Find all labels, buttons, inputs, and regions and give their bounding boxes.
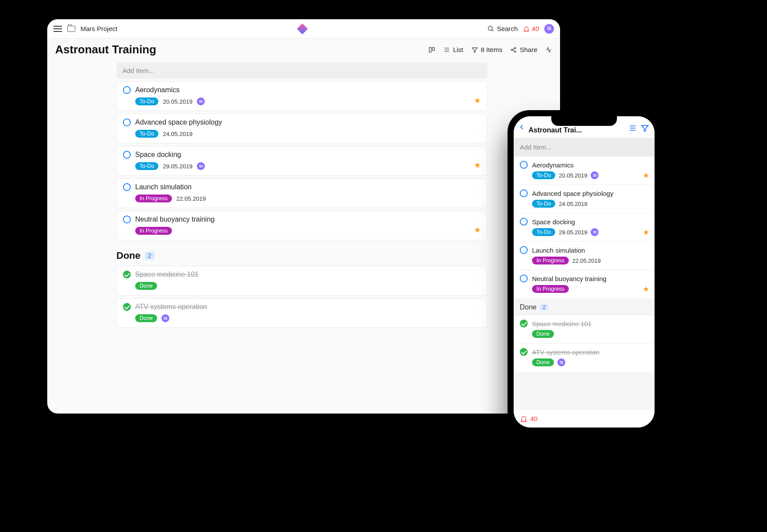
item-title: ATV systems operation (532, 348, 599, 356)
activity-icon (545, 46, 552, 53)
notifications-button[interactable]: 40 (523, 25, 539, 32)
checkbox-icon[interactable] (123, 86, 131, 94)
checkbox-icon[interactable] (520, 246, 528, 254)
checkbox-icon[interactable] (123, 118, 131, 126)
star-icon[interactable]: ★ (643, 171, 649, 180)
assignee-avatar: SI (591, 228, 599, 236)
checkbox-done-icon[interactable] (520, 320, 528, 327)
list-item[interactable]: Neutral buoyancy training In Progress ★ (514, 270, 655, 298)
status-badge: Done (135, 314, 157, 322)
share-label: Share (520, 46, 537, 53)
svg-line-1 (492, 30, 493, 31)
done-group-label: Done (116, 250, 140, 261)
tablet-device-frame: Mars Project Search 40 SI Astronaut Trai… (39, 10, 569, 422)
assignee-avatar: SI (161, 314, 169, 322)
checkbox-icon[interactable] (520, 275, 528, 282)
top-nav-bar: Mars Project Search 40 SI (47, 19, 560, 38)
item-title: Launch simulation (532, 247, 585, 254)
list-item[interactable]: ATV systems operation Done SI (116, 298, 487, 328)
item-title: Space docking (532, 218, 575, 226)
assignee-avatar: SI (591, 171, 599, 179)
checkbox-icon[interactable] (520, 218, 528, 226)
filter-icon (641, 124, 649, 132)
menu-icon[interactable] (53, 26, 62, 32)
list-item[interactable]: Advanced space physiology To-Do24.05.201… (514, 184, 655, 213)
list-item[interactable]: Space docking To-Do29.05.2019SI ★ (514, 213, 655, 241)
filter-icon (471, 46, 478, 53)
list-item[interactable]: Launch simulation In Progress 22.05.2019 (116, 178, 487, 208)
item-date: 20.05.2019 (163, 98, 193, 105)
phone-device-frame: Astronaut Trai... Add Item... Aerodynami… (508, 110, 661, 434)
back-button[interactable] (519, 123, 525, 134)
svg-line-11 (512, 50, 515, 51)
star-icon[interactable]: ★ (474, 160, 481, 170)
checkbox-icon[interactable] (123, 216, 131, 223)
item-title: ATV systems operation (135, 303, 207, 311)
svg-line-10 (512, 48, 515, 49)
list-item[interactable]: Neutral buoyancy training In Progress ★ (116, 211, 487, 240)
list-item[interactable]: Launch simulation In Progress22.05.2019 (514, 241, 655, 270)
list-item[interactable]: Space medicine 101 Done (514, 315, 655, 343)
status-badge: To-Do (135, 162, 158, 170)
share-button[interactable]: Share (510, 46, 537, 53)
bell-icon[interactable] (520, 415, 528, 423)
phone-filter-button[interactable] (641, 124, 649, 134)
item-date: 22.05.2019 (176, 195, 206, 202)
filter-button[interactable]: 8 Items (471, 46, 502, 53)
app-logo-icon[interactable] (297, 23, 308, 34)
list-item[interactable]: Space docking To-Do 29.05.2019 SI ★ (116, 146, 487, 176)
assignee-avatar: SI (197, 162, 205, 170)
chevron-left-icon (519, 123, 525, 132)
checkbox-icon[interactable] (123, 151, 131, 159)
list-item[interactable]: Advanced space physiology To-Do 24.05.20… (116, 114, 487, 143)
phone-list: Add Item... Aerodynamics To-Do20.05.2019… (514, 138, 655, 409)
checkbox-done-icon[interactable] (123, 303, 131, 311)
phone-notification-count[interactable]: 40 (530, 415, 538, 422)
list-item[interactable]: Space medicine 101 Done (116, 266, 487, 296)
list-item[interactable]: Aerodynamics To-Do20.05.2019SI ★ (514, 156, 655, 184)
star-icon[interactable]: ★ (474, 96, 481, 105)
add-item-input[interactable]: Add Item... (116, 63, 487, 79)
done-count-badge: 2 (540, 304, 548, 310)
user-avatar[interactable]: SI (544, 24, 554, 34)
item-date: 22.05.2019 (572, 257, 601, 264)
search-button[interactable]: Search (487, 25, 518, 32)
item-date: 29.05.2019 (559, 229, 587, 236)
list-item[interactable]: ATV systems operation DoneSI (514, 343, 655, 372)
star-icon[interactable]: ★ (643, 285, 649, 294)
done-count-badge: 2 (145, 252, 154, 260)
list-view-button[interactable]: List (443, 46, 463, 53)
board-view-button[interactable] (428, 46, 435, 53)
items-count-label: 8 Items (481, 46, 502, 53)
page-title: Astronaut Training (55, 43, 156, 56)
status-badge: In Progress (532, 257, 569, 264)
project-name[interactable]: Mars Project (81, 25, 117, 32)
list-area: Add Item... Aerodynamics To-Do 20.05.201… (47, 63, 560, 414)
checkbox-done-icon[interactable] (123, 271, 131, 278)
tablet-screen: Mars Project Search 40 SI Astronaut Trai… (47, 19, 560, 414)
phone-list-button[interactable] (628, 124, 637, 134)
item-date: 24.05.2019 (163, 131, 193, 137)
list-column: Add Item... Aerodynamics To-Do 20.05.201… (116, 63, 487, 328)
phone-add-item-input[interactable]: Add Item... (514, 138, 655, 156)
list-item[interactable]: Aerodynamics To-Do 20.05.2019 SI ★ (116, 81, 487, 111)
bell-icon (523, 25, 530, 32)
status-badge: In Progress (135, 195, 172, 202)
checkbox-done-icon[interactable] (520, 348, 528, 356)
notification-count: 40 (532, 25, 539, 32)
star-icon[interactable]: ★ (643, 228, 649, 237)
status-badge: Done (532, 358, 554, 366)
phone-done-group-header[interactable]: Done 2 (514, 298, 655, 315)
checkbox-icon[interactable] (123, 183, 131, 191)
phone-notch (551, 115, 617, 126)
item-title: Advanced space physiology (532, 190, 613, 197)
activity-button[interactable] (545, 46, 552, 53)
item-title: Space docking (135, 151, 181, 159)
item-date: 29.05.2019 (163, 163, 193, 170)
svg-point-0 (488, 26, 492, 30)
checkbox-icon[interactable] (520, 189, 528, 197)
item-title: Aerodynamics (532, 161, 574, 169)
star-icon[interactable]: ★ (474, 225, 481, 235)
done-group-header[interactable]: Done 2 (116, 250, 487, 261)
checkbox-icon[interactable] (520, 161, 528, 169)
